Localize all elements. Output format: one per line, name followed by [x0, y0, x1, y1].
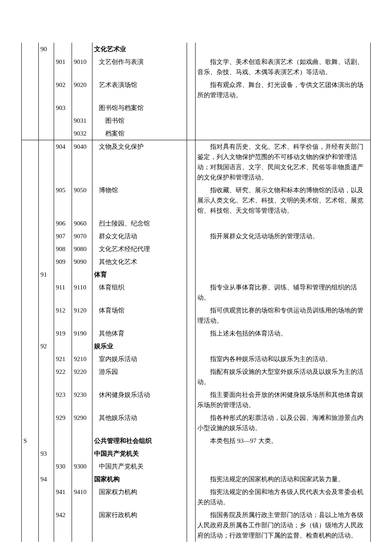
col-gap — [187, 460, 196, 473]
table-row: 9079070群众文化活动指开展群众文化活动场所的管理活动。 — [22, 230, 371, 243]
col-name: 其他体育 — [92, 327, 187, 340]
col-small: 9070 — [72, 230, 92, 243]
col-section — [22, 281, 39, 304]
col-mid: 905 — [54, 184, 72, 217]
col-small: 9090 — [72, 255, 92, 268]
col-small: 9040 — [72, 140, 92, 184]
col-small — [72, 434, 92, 447]
col-description — [196, 114, 371, 127]
col-small — [72, 447, 92, 460]
col-mid: 903 — [54, 101, 72, 114]
col-name: 休闲健身娱乐活动 — [92, 388, 187, 411]
col-mid: 908 — [54, 243, 72, 255]
col-section — [22, 230, 39, 243]
table-row: 9219210室内娱乐活动指室内各种娱乐活动和以娱乐为主的活动。 — [22, 353, 371, 365]
col-description — [196, 243, 371, 255]
col-description: 指有观众席、舞台、灯光设备，专供文艺团体演出的场所的管理活动。 — [196, 78, 371, 101]
col-section — [22, 140, 39, 184]
col-mid — [54, 473, 72, 486]
col-gap — [187, 304, 196, 327]
col-name: 图书馆 — [92, 114, 187, 127]
col-gap — [187, 127, 196, 140]
col-gap — [187, 268, 196, 281]
col-major — [39, 304, 54, 327]
col-major — [39, 127, 54, 140]
table-row: 9419410国家权力机构指宪法规定的全国和地方各级人民代表大会及常委会机关的活… — [22, 486, 371, 509]
col-description: 指专业从事体育比赛、训练、辅导和管理的组织的活动。 — [196, 281, 371, 304]
col-gap — [187, 447, 196, 460]
col-name: 室内娱乐活动 — [92, 353, 187, 365]
col-name: 国家行政机构 — [92, 509, 187, 542]
table-row: 903图书馆与档案馆 — [22, 101, 371, 114]
col-name: 其他娱乐活动 — [92, 411, 187, 434]
col-section — [22, 255, 39, 268]
table-row: 9119110体育组织指专业从事体育比赛、训练、辅导和管理的组织的活动。 — [22, 281, 371, 304]
col-gap — [187, 486, 196, 509]
table-row: 9059050博物馆指收藏、研究、展示文物和标本的博物馆的活动，以及展示人类文化… — [22, 184, 371, 217]
table-row: 9299290其他娱乐活动指各种形式的彩票活动，以及公园、海滩和旅游景点内小型设… — [22, 411, 371, 434]
col-section — [22, 460, 39, 473]
col-description: 指可供观赏比赛的场馆和专供运动员训练用的场地的管理活动。 — [196, 304, 371, 327]
col-mid — [54, 114, 72, 127]
col-name: 文物及文化保护 — [92, 140, 187, 184]
col-section — [22, 184, 39, 217]
col-mid — [54, 447, 72, 460]
classification-table: 90文化艺术业9019010文艺创作与表演指文学、美术创造和表演艺术（如戏曲、歌… — [21, 43, 371, 542]
col-name: 公共管理和社会组织 — [92, 434, 187, 447]
col-gap — [187, 388, 196, 411]
col-name: 烈士陵园、纪念馆 — [92, 217, 187, 230]
col-name: 文化艺术业 — [92, 43, 187, 55]
col-name: 档案馆 — [92, 127, 187, 140]
col-small: 9060 — [72, 217, 92, 230]
col-mid: 911 — [54, 281, 72, 304]
table-row: 91体育 — [22, 268, 371, 281]
col-major: 92 — [39, 340, 54, 353]
table-row: 9031图书馆 — [22, 114, 371, 127]
col-description: 指主要面向社会开放的休闲健身娱乐场所和其他体育娱乐场所的管理活动。 — [196, 388, 371, 411]
col-major — [39, 486, 54, 509]
col-description: 指各种形式的彩票活动，以及公园、海滩和旅游景点内小型设施的娱乐活动。 — [196, 411, 371, 434]
col-small — [72, 340, 92, 353]
table-row: 9029020艺术表演场馆指有观众席、舞台、灯光设备，专供文艺团体演出的场所的管… — [22, 78, 371, 101]
col-mid: 923 — [54, 388, 72, 411]
col-small: 9210 — [72, 353, 92, 365]
col-name: 中国共产党机关 — [92, 460, 187, 473]
col-mid: 919 — [54, 327, 72, 340]
col-small: 9300 — [72, 460, 92, 473]
col-major — [39, 230, 54, 243]
col-description — [196, 460, 371, 473]
col-major — [39, 365, 54, 388]
col-description — [196, 447, 371, 460]
col-name: 文化艺术经纪代理 — [92, 243, 187, 255]
col-name: 国家权力机构 — [92, 486, 187, 509]
col-description: 指对具有历史、文化、艺术、科学价值，并经有关部门鉴定，列入文物保护范围的不可移动… — [196, 140, 371, 184]
col-section — [22, 304, 39, 327]
col-gap — [187, 217, 196, 230]
col-mid: 906 — [54, 217, 72, 230]
col-gap — [187, 327, 196, 340]
col-section — [22, 43, 39, 55]
col-gap — [187, 78, 196, 101]
col-description: 指收藏、研究、展示文物和标本的博物馆的活动，以及展示人类文化、艺术、科技、文明的… — [196, 184, 371, 217]
col-major — [39, 327, 54, 340]
col-description: 指配有娱乐设施的大型室外娱乐活动及以娱乐为主的活动。 — [196, 365, 371, 388]
col-gap — [187, 114, 196, 127]
document-page: 90文化艺术业9019010文艺创作与表演指文学、美术创造和表演艺术（如戏曲、歌… — [0, 0, 392, 555]
col-gap — [187, 411, 196, 434]
col-major — [39, 140, 54, 184]
col-mid: 941 — [54, 486, 72, 509]
col-major — [39, 388, 54, 411]
col-name: 图书馆与档案馆 — [92, 101, 187, 114]
col-major — [39, 78, 54, 101]
col-gap — [187, 140, 196, 184]
col-section — [22, 101, 39, 114]
col-mid: 901 — [54, 55, 72, 78]
col-major — [39, 460, 54, 473]
col-description — [196, 101, 371, 114]
col-small — [72, 268, 92, 281]
col-small: 9120 — [72, 304, 92, 327]
col-gap — [187, 434, 196, 447]
col-mid: 929 — [54, 411, 72, 434]
col-small: 9190 — [72, 327, 92, 340]
col-gap — [187, 55, 196, 78]
